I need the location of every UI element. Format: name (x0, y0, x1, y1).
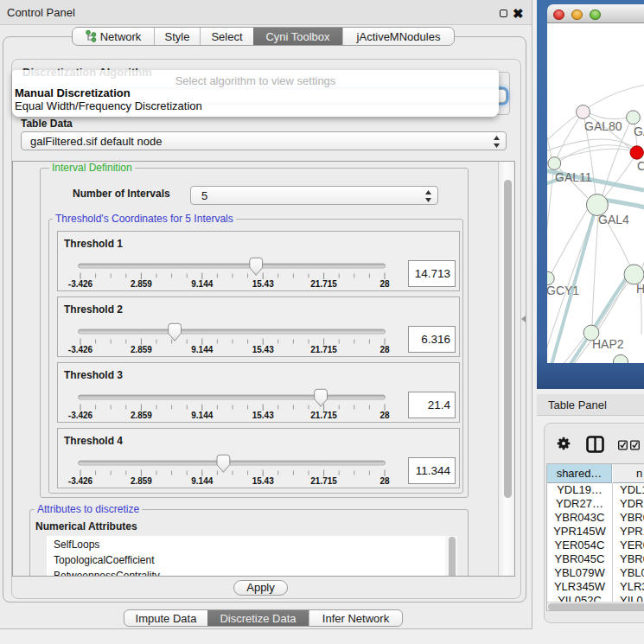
svg-text:21.715: 21.715 (310, 411, 337, 420)
svg-text:-3.426: -3.426 (68, 411, 93, 420)
svg-text:28: 28 (379, 476, 390, 486)
svg-text:GCY1: GCY1 (547, 284, 579, 297)
svg-text:-3.426: -3.426 (68, 476, 93, 486)
svg-text:9.144: 9.144 (191, 279, 213, 289)
svg-text:2.859: 2.859 (131, 279, 152, 289)
svg-text:2.859: 2.859 (131, 411, 152, 420)
svg-text:2.859: 2.859 (131, 345, 152, 354)
svg-text:-3.426: -3.426 (68, 279, 93, 289)
svg-text:21.715: 21.715 (310, 279, 337, 289)
svg-text:GAL1: GAL1 (634, 124, 644, 138)
svg-text:21.715: 21.715 (310, 476, 337, 486)
svg-text:GAL11: GAL11 (555, 170, 592, 184)
svg-text:15.43: 15.43 (252, 411, 274, 420)
svg-text:15.43: 15.43 (252, 279, 274, 289)
svg-text:9.144: 9.144 (191, 345, 213, 354)
svg-text:28: 28 (379, 279, 390, 289)
svg-text:HIS4: HIS4 (636, 282, 644, 296)
svg-text:28: 28 (379, 411, 390, 420)
svg-text:15.43: 15.43 (252, 476, 274, 486)
svg-text:9.144: 9.144 (191, 411, 213, 420)
svg-text:9.144: 9.144 (191, 476, 213, 486)
svg-text:2.859: 2.859 (131, 476, 152, 486)
svg-text:-3.426: -3.426 (68, 345, 93, 354)
svg-text:28: 28 (379, 345, 390, 354)
svg-text:GAL4: GAL4 (598, 213, 629, 226)
svg-text:GAL80: GAL80 (584, 119, 622, 133)
svg-text:CYC8: CYC8 (637, 159, 644, 173)
svg-text:21.715: 21.715 (310, 345, 337, 354)
svg-text:HAP2: HAP2 (592, 337, 624, 351)
svg-text:15.43: 15.43 (252, 345, 274, 354)
